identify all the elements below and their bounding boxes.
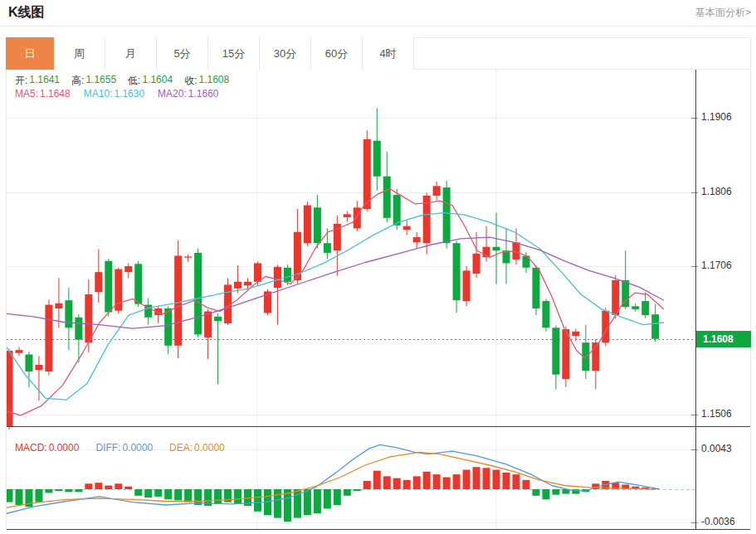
ma10-value: MA10:1.1630	[84, 88, 144, 100]
candles	[6, 108, 660, 430]
high-value: 高:1.1655	[71, 74, 116, 88]
ma5-value: MA5:1.1648	[15, 88, 71, 100]
tab-15min[interactable]: 15分	[208, 37, 260, 70]
macd-axis-label: -0.0036	[701, 516, 735, 527]
macd-axis-label: 0.0043	[701, 443, 732, 454]
dea-value: DEA:0.0000	[169, 442, 225, 454]
tab-5min[interactable]: 5分	[157, 37, 208, 70]
ma-legend: MA5:1.1648 MA10:1.1630 MA20:1.1660	[15, 88, 219, 100]
close-value: 收:1.1608	[184, 74, 229, 88]
tab-week[interactable]: 周	[54, 37, 105, 70]
tab-60min[interactable]: 60分	[311, 37, 363, 70]
macd-value: MACD:0.0000	[15, 442, 79, 454]
tab-day[interactable]: 日	[6, 37, 54, 70]
diff-value: DIFF:0.0000	[95, 442, 153, 454]
tab-4hour[interactable]: 4时	[363, 37, 414, 70]
tab-month[interactable]: 月	[105, 37, 157, 70]
current-price-tag: 1.1608	[696, 331, 751, 347]
ma5-line	[0, 189, 664, 415]
price-axis-label: 1.1506	[701, 408, 732, 420]
tab-30min[interactable]: 30分	[260, 37, 311, 70]
ma20-value: MA20:1.1660	[158, 88, 218, 100]
ohlc-legend: 开:1.1641 高:1.1655 低:1.1604 收:1.1608	[15, 74, 229, 88]
low-value: 低:1.1604	[128, 74, 173, 88]
price-axis-label: 1.1706	[701, 260, 732, 271]
open-value: 开:1.1641	[15, 74, 60, 88]
price-axis-label: 1.1906	[701, 111, 732, 123]
period-tabs: 日 周 月 5分 15分 30分 60分 4时	[6, 37, 751, 70]
price-axis-label: 1.1806	[701, 186, 732, 197]
macd-legend: MACD:0.0000 DIFF:0.0000 DEA:0.0000	[15, 442, 225, 454]
